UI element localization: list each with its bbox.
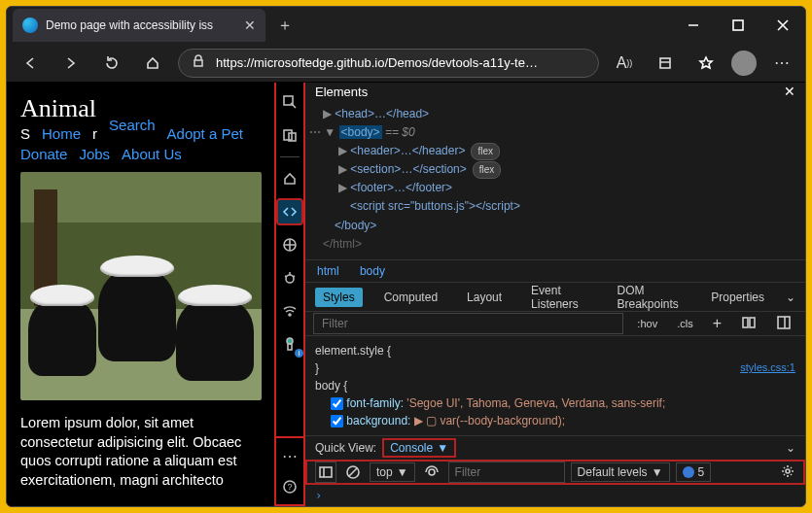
- svg-line-30: [349, 468, 357, 476]
- styles-tabs: Styles Computed Layout Event Listeners D…: [305, 283, 805, 312]
- address-bar[interactable]: https://microsoftedge.github.io/Demos/de…: [178, 49, 599, 78]
- svg-point-31: [429, 469, 435, 475]
- svg-point-14: [286, 275, 294, 283]
- page-nav: S Home r Search Adopt a Pet Donate Jobs …: [20, 125, 261, 162]
- welcome-icon[interactable]: [276, 165, 303, 192]
- tab-dom-breakpoints[interactable]: DOM Breakpoints: [609, 281, 689, 314]
- svg-rect-25: [778, 317, 790, 328]
- nav-search[interactable]: Search: [109, 117, 156, 133]
- tab-properties[interactable]: Properties: [703, 288, 772, 307]
- quick-view-selector[interactable]: Console ▼: [382, 438, 456, 458]
- browser-toolbar: https://microsoftedge.github.io/Demos/de…: [7, 44, 805, 83]
- close-button[interactable]: [760, 7, 805, 44]
- panel-close-icon[interactable]: ✕: [784, 84, 795, 99]
- back-button[interactable]: [15, 48, 46, 79]
- tab-layout[interactable]: Layout: [459, 288, 510, 307]
- svg-rect-5: [660, 58, 670, 68]
- maximize-button[interactable]: [716, 7, 760, 44]
- console-sidebar-icon[interactable]: [315, 462, 336, 483]
- chevron-down-icon[interactable]: ⌄: [786, 291, 795, 304]
- bug-icon[interactable]: [276, 264, 303, 291]
- minimize-button[interactable]: [671, 7, 716, 44]
- lock-icon: [191, 53, 206, 72]
- hero-image: [20, 172, 262, 400]
- elements-header: Elements ✕: [305, 83, 805, 101]
- svg-rect-27: [320, 467, 332, 477]
- more-tools-icon[interactable]: ⋯: [276, 442, 303, 469]
- log-levels-selector[interactable]: Default levels ▼: [571, 462, 670, 482]
- tab-computed[interactable]: Computed: [376, 288, 445, 307]
- console-filter-input[interactable]: [448, 462, 565, 483]
- favorite-icon[interactable]: [690, 48, 722, 79]
- cls-toggle[interactable]: .cls: [671, 315, 699, 332]
- styles-filter-row: :hov .cls +: [305, 312, 805, 336]
- quick-view-header: Quick View: Console ▼ ⌄: [305, 435, 805, 460]
- crumb-body[interactable]: body: [360, 264, 385, 278]
- nav-adopt[interactable]: Adopt a Pet: [167, 125, 243, 142]
- flexbox-editor-icon[interactable]: [735, 312, 762, 335]
- lighthouse-icon[interactable]: i: [276, 330, 303, 358]
- browser-tab[interactable]: Demo page with accessibility iss ✕: [13, 9, 265, 42]
- sources-icon[interactable]: [276, 198, 303, 225]
- content-area: Animal S Home r Search Adopt a Pet Donat…: [7, 83, 805, 506]
- svg-rect-9: [284, 130, 292, 140]
- console-toolbar: top ▼ Default levels ▼ 5: [305, 460, 805, 485]
- quick-view-label: Quick View:: [315, 441, 376, 455]
- nav-prefix: S: [20, 125, 30, 142]
- svg-point-18: [289, 314, 291, 316]
- breadcrumb[interactable]: html body: [305, 259, 805, 283]
- device-icon[interactable]: [276, 121, 303, 149]
- nav-donate[interactable]: Donate: [20, 146, 67, 162]
- context-selector[interactable]: top ▼: [370, 462, 415, 482]
- browser-window: Demo page with accessibility iss ✕ ＋ htt…: [6, 6, 806, 507]
- collapse-icon[interactable]: ⌄: [786, 441, 795, 455]
- console-settings-icon[interactable]: [780, 463, 795, 482]
- source-link[interactable]: styles.css:1: [740, 359, 795, 376]
- edge-favicon: [22, 17, 38, 33]
- dom-tree[interactable]: ▶ <head>…</head> ⋯ ▼ <body> == $0 ▶ <hea…: [305, 101, 805, 260]
- svg-line-16: [285, 276, 287, 277]
- devtools-activity-bar: i ⋯ ?: [274, 83, 305, 506]
- profile-avatar[interactable]: [731, 51, 757, 76]
- svg-rect-24: [750, 318, 755, 327]
- url-text: https://microsoftedge.github.io/Demos/de…: [216, 55, 538, 70]
- new-tab-button[interactable]: ＋: [271, 12, 299, 39]
- nav-home[interactable]: Home: [42, 125, 81, 142]
- svg-rect-1: [733, 20, 743, 30]
- crumb-html[interactable]: html: [317, 264, 339, 278]
- help-icon[interactable]: ?: [276, 473, 303, 500]
- console-prompt[interactable]: ›: [305, 485, 805, 506]
- collections-icon[interactable]: [650, 48, 681, 79]
- wifi-icon[interactable]: [276, 297, 303, 325]
- computed-sidebar-icon[interactable]: [770, 312, 797, 335]
- nav-jobs[interactable]: Jobs: [79, 146, 110, 162]
- svg-rect-23: [743, 318, 748, 327]
- issues-badge[interactable]: 5: [676, 462, 712, 482]
- css-rules[interactable]: styles.css:1 element.style { } body { fo…: [305, 336, 805, 435]
- svg-rect-20: [288, 344, 292, 350]
- inspect-icon[interactable]: [276, 88, 303, 116]
- forward-button[interactable]: [55, 48, 87, 79]
- tab-close-icon[interactable]: ✕: [244, 17, 256, 33]
- nav-about[interactable]: About Us: [122, 146, 182, 162]
- new-rule-icon[interactable]: +: [707, 312, 727, 335]
- tab-event-listeners[interactable]: Event Listeners: [523, 281, 595, 314]
- panel-title: Elements: [315, 85, 368, 99]
- menu-button[interactable]: ⋯: [766, 48, 797, 79]
- svg-line-17: [293, 276, 295, 277]
- tab-styles[interactable]: Styles: [315, 288, 363, 307]
- live-expression-icon[interactable]: [421, 462, 442, 483]
- titlebar: Demo page with accessibility iss ✕ ＋: [7, 7, 805, 44]
- refresh-button[interactable]: [96, 48, 127, 79]
- webpage-viewport: Animal S Home r Search Adopt a Pet Donat…: [7, 83, 274, 506]
- nav-suffix: r: [92, 125, 97, 142]
- svg-point-19: [287, 338, 293, 344]
- read-aloud-icon[interactable]: A)): [609, 48, 640, 79]
- styles-filter-input[interactable]: [313, 313, 623, 334]
- hov-toggle[interactable]: :hov: [631, 315, 663, 332]
- network-icon[interactable]: [276, 231, 303, 258]
- clear-console-icon[interactable]: [342, 462, 364, 483]
- home-button[interactable]: [137, 48, 168, 79]
- svg-text:?: ?: [287, 482, 292, 492]
- svg-marker-7: [700, 57, 712, 68]
